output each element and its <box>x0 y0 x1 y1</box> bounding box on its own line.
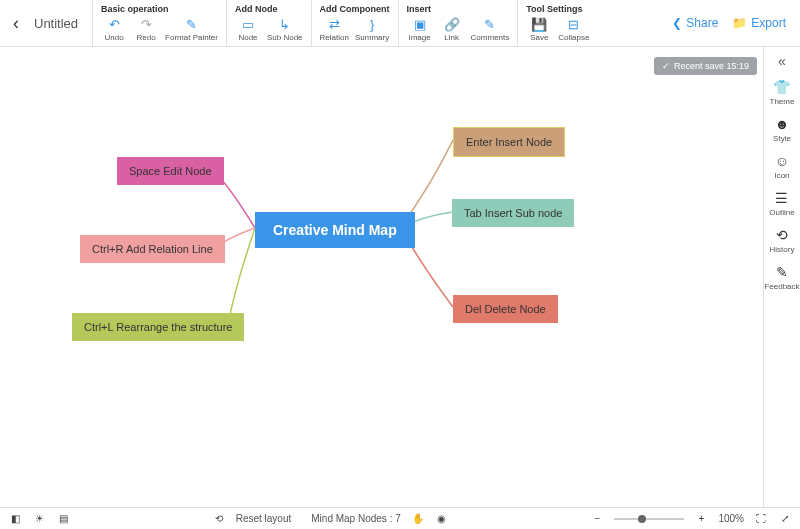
toolbar-group-title: Add Node <box>235 4 303 14</box>
toolbar-group-title: Tool Settings <box>526 4 589 14</box>
toolbar-group-add-node: Add Node▭Node↳Sub Node <box>226 0 311 46</box>
theme-toggle-icon[interactable]: ◧ <box>8 513 22 524</box>
rpanel-style-button[interactable]: ☻Style <box>773 116 791 143</box>
node-space[interactable]: Space Edit Node <box>117 157 224 185</box>
brightness-icon[interactable]: ☀ <box>32 513 46 524</box>
feedback-icon: ✎ <box>776 264 788 280</box>
image-icon: ▣ <box>412 16 428 32</box>
rpanel-history-button[interactable]: ⟲History <box>770 227 795 254</box>
undo-button[interactable]: ↶Undo <box>101 16 127 42</box>
relation-label: Relation <box>320 33 349 42</box>
redo-label: Redo <box>137 33 156 42</box>
comments-button[interactable]: ✎Comments <box>471 16 510 42</box>
toolbar-group-title: Insert <box>407 4 510 14</box>
rpanel-theme-button[interactable]: 👕Theme <box>770 79 795 106</box>
toolbar-group-add-component: Add Component⇄Relation}Summary <box>311 0 398 46</box>
toolbar-group-tool-settings: Tool Settings💾Save⊟Collapse <box>517 0 597 46</box>
history-label: History <box>770 245 795 254</box>
document-title[interactable]: Untitled <box>24 0 92 46</box>
relation-icon: ⇄ <box>326 16 342 32</box>
zoom-slider[interactable] <box>614 518 684 520</box>
rpanel-icon-button[interactable]: ☺Icon <box>774 153 789 180</box>
share-icon: ❮ <box>672 16 682 30</box>
style-label: Style <box>773 134 791 143</box>
node-sub[interactable]: Tab Insert Sub node <box>452 199 574 227</box>
theme-label: Theme <box>770 97 795 106</box>
node-label: Node <box>238 33 257 42</box>
collapse-icon: ⊟ <box>566 16 582 32</box>
comments-icon: ✎ <box>482 16 498 32</box>
view-mode-icon[interactable]: ▤ <box>56 513 70 524</box>
bottom-bar: ◧ ☀ ▤ ⟲ Reset layout Mind Map Nodes : 7 … <box>0 507 800 529</box>
zoom-in-button[interactable]: + <box>694 513 708 524</box>
summary-icon: } <box>364 16 380 32</box>
icon-icon: ☺ <box>775 153 789 169</box>
toolbar-group-basic-operation: Basic operation↶Undo↷Redo✎Format Painter <box>92 0 226 46</box>
fullscreen-icon[interactable]: ⤢ <box>778 513 792 524</box>
hand-icon[interactable]: ✋ <box>411 513 425 524</box>
collapse-button[interactable]: ⊟Collapse <box>558 16 589 42</box>
relation-button[interactable]: ⇄Relation <box>320 16 349 42</box>
fit-screen-icon[interactable]: ⛶ <box>754 513 768 524</box>
style-icon: ☻ <box>775 116 790 132</box>
collapse-label: Collapse <box>558 33 589 42</box>
right-panel: « 👕Theme☻Style☺Icon☰Outline⟲History✎Feed… <box>763 47 800 507</box>
sub-node-label: Sub Node <box>267 33 303 42</box>
collapse-panel-button[interactable]: « <box>778 53 786 69</box>
toolbar-group-title: Basic operation <box>101 4 218 14</box>
format-painter-label: Format Painter <box>165 33 218 42</box>
save-label: Save <box>530 33 548 42</box>
node-relation[interactable]: Ctrl+R Add Relation Line <box>80 235 225 263</box>
node-icon: ▭ <box>240 16 256 32</box>
rpanel-feedback-button[interactable]: ✎Feedback <box>764 264 799 291</box>
zoom-out-button[interactable]: − <box>590 513 604 524</box>
outline-label: Outline <box>769 208 794 217</box>
feedback-label: Feedback <box>764 282 799 291</box>
summary-label: Summary <box>355 33 389 42</box>
export-icon: 📁 <box>732 16 747 30</box>
rpanel-outline-button[interactable]: ☰Outline <box>769 190 794 217</box>
eye-icon[interactable]: ◉ <box>435 513 449 524</box>
sub-node-icon: ↳ <box>277 16 293 32</box>
format-painter-button[interactable]: ✎Format Painter <box>165 16 218 42</box>
toolbar-group-title: Add Component <box>320 4 390 14</box>
history-icon: ⟲ <box>776 227 788 243</box>
link-button[interactable]: 🔗Link <box>439 16 465 42</box>
back-button[interactable]: ‹ <box>8 0 24 46</box>
format-painter-icon: ✎ <box>184 16 200 32</box>
theme-icon: 👕 <box>773 79 790 95</box>
outline-icon: ☰ <box>775 190 788 206</box>
node-rearrange[interactable]: Ctrl+L Rearrange the structure <box>72 313 244 341</box>
image-button[interactable]: ▣Image <box>407 16 433 42</box>
icon-label: Icon <box>774 171 789 180</box>
zoom-value: 100% <box>718 513 744 524</box>
redo-button[interactable]: ↷Redo <box>133 16 159 42</box>
link-icon: 🔗 <box>444 16 460 32</box>
node-insert[interactable]: Enter Insert Node <box>453 127 565 157</box>
export-button[interactable]: 📁 Export <box>732 16 786 30</box>
reset-layout-icon[interactable]: ⟲ <box>212 513 226 524</box>
save-icon: 💾 <box>531 16 547 32</box>
reset-layout-button[interactable]: Reset layout <box>236 513 292 524</box>
node-button[interactable]: ▭Node <box>235 16 261 42</box>
image-label: Image <box>408 33 430 42</box>
undo-label: Undo <box>105 33 124 42</box>
comments-label: Comments <box>471 33 510 42</box>
summary-button[interactable]: }Summary <box>355 16 389 42</box>
node-delete[interactable]: Del Delete Node <box>453 295 558 323</box>
link-label: Link <box>444 33 459 42</box>
sub-node-button[interactable]: ↳Sub Node <box>267 16 303 42</box>
toolbar-group-insert: Insert▣Image🔗Link✎Comments <box>398 0 518 46</box>
mindmap-connectors <box>0 47 763 507</box>
share-button[interactable]: ❮ Share <box>672 16 718 30</box>
top-toolbar: ‹ Untitled Basic operation↶Undo↷Redo✎For… <box>0 0 800 47</box>
redo-icon: ↷ <box>138 16 154 32</box>
center-node[interactable]: Creative Mind Map <box>255 212 415 248</box>
save-button[interactable]: 💾Save <box>526 16 552 42</box>
mindmap-canvas[interactable]: ✓ Recent save 15:19 Creative Mind Map En… <box>0 47 763 507</box>
undo-icon: ↶ <box>106 16 122 32</box>
nodes-count-label: Mind Map Nodes : 7 <box>311 513 401 524</box>
